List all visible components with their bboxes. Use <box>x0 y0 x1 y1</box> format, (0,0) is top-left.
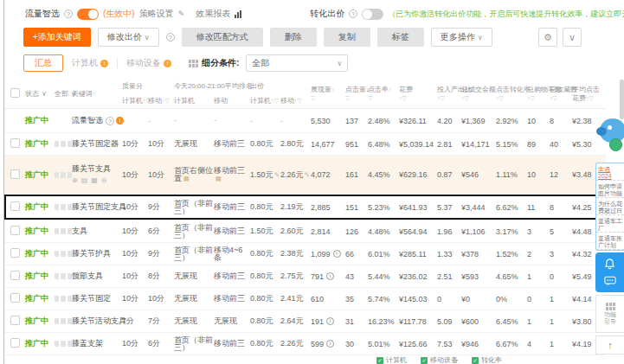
delete-button[interactable]: 删除 <box>270 28 317 47</box>
keyword-text[interactable]: 膝关节支具 <box>72 164 111 174</box>
header-bid-pc[interactable]: 计算机↑▽ <box>250 96 280 105</box>
header-cpc[interactable]: 平均点击花费↑▽ <box>572 86 601 102</box>
bid-pc[interactable]: -✎ <box>250 117 280 125</box>
more-actions-dropdown[interactable]: 更多操作∨ <box>431 28 492 47</box>
bell-icon[interactable] <box>604 259 615 270</box>
strategy-settings-link[interactable]: 策略设置 <box>139 8 174 20</box>
bid-pc[interactable]: 0.80元✎ <box>250 138 280 150</box>
keyword-quick-actions[interactable]: ⊕▤▦⊖ <box>72 176 122 185</box>
help-link[interactable]: 幸遇2024 <box>596 163 624 181</box>
header-clicks[interactable]: 点击量↓▽ <box>345 86 368 102</box>
header-fav[interactable]: 总收藏数↑▽ <box>550 86 572 102</box>
help-link[interactable]: 直通车工厂 <box>596 215 624 233</box>
bid-mobile[interactable]: 2.80元✎ <box>280 138 311 150</box>
header-cvr[interactable]: 点击转化率↑▽ <box>496 86 527 102</box>
row-checkbox[interactable] <box>10 293 20 303</box>
header-match[interactable]: 全部∨ <box>55 89 72 99</box>
bid-mobile[interactable]: 2.41元✎ <box>280 293 311 304</box>
header-rank-mobile[interactable]: 移动 <box>214 96 250 105</box>
help-link[interactable]: 为什么花费超过日限额 <box>596 198 624 215</box>
row-checkbox[interactable] <box>10 226 20 235</box>
info-icon[interactable]: ? <box>349 10 357 18</box>
help-link[interactable]: 直通车推广计划 <box>596 233 624 250</box>
header-cost[interactable]: 花费↑▽ <box>399 86 437 102</box>
keyword-text[interactable]: 膝关节活动支具 <box>72 316 126 326</box>
bid-mobile[interactable]: 2.64元✎ <box>280 316 311 327</box>
header-rank-pc[interactable]: 计算机 <box>174 96 214 105</box>
keyword-text[interactable]: 流量智选 <box>72 116 103 125</box>
bid-pc[interactable]: 0.80元✎ <box>250 248 280 259</box>
legend-item[interactable]: ✓移动设备 <box>421 355 458 364</box>
info-icon[interactable]: ? <box>166 33 175 42</box>
help-link[interactable]: 如何申请图片功能 <box>596 181 624 198</box>
info-icon[interactable]: i <box>326 272 334 280</box>
bid-pc[interactable]: 0.80元✎ <box>250 201 280 213</box>
header-roi[interactable]: 投入产出比↑▽ <box>437 86 461 102</box>
help-panel[interactable]: 幸遇2024如何申请图片功能为什么花费超过日限额直通车工厂直通车推广计划 <box>595 163 624 251</box>
keyword-text[interactable]: 膝关节固定 <box>72 294 111 303</box>
row-checkbox[interactable] <box>10 338 20 348</box>
header-cart[interactable]: 总购物车数↑▽ <box>527 86 550 102</box>
bid-mobile[interactable]: 2.75元✎ <box>280 271 311 282</box>
info-icon[interactable]: i <box>326 317 334 325</box>
header-gmv[interactable]: 总成交金额↑▽ <box>461 86 496 102</box>
feature-guide-button[interactable]: 功能引导 <box>595 295 624 333</box>
add-keyword-button[interactable]: +添加关键词 <box>23 28 91 47</box>
bid-mobile[interactable]: -✎ <box>280 117 311 125</box>
bid-pc[interactable]: 0.80元✎ <box>250 338 280 349</box>
bid-pc[interactable]: 0.80元✎ <box>250 271 280 282</box>
row-checkbox[interactable] <box>10 316 20 325</box>
tab-summary[interactable]: 汇总 <box>23 54 63 72</box>
modify-bid-dropdown[interactable]: 修改出价∨ <box>98 28 159 47</box>
assistant-green-icon[interactable] <box>609 138 622 151</box>
bid-mobile[interactable]: 2.60元✎ <box>280 226 311 237</box>
tab-mobile[interactable]: 移动设备! <box>118 57 180 69</box>
bid-mobile[interactable]: 2.26元✎ <box>280 338 311 349</box>
header-bid-mobile[interactable]: 移动↑▽ <box>280 96 311 105</box>
keyword-text[interactable]: 膝关节固定器 <box>72 139 119 149</box>
vertical-scrollbar-thumb[interactable] <box>620 80 624 119</box>
chat-icon[interactable] <box>604 276 616 286</box>
legend-item[interactable]: ✓计算机 <box>376 355 407 364</box>
info-icon[interactable]: i <box>333 250 341 258</box>
header-keyword[interactable]: 关键词↑ <box>72 89 122 99</box>
keyword-text[interactable]: 膝关节护具 <box>72 249 111 259</box>
bid-pc[interactable]: 0.80元✎ <box>250 316 280 327</box>
header-quality-mobile[interactable]: 移动↑▽ <box>148 96 174 105</box>
report-link[interactable]: 效果报表 <box>196 8 230 20</box>
copy-button[interactable]: 复制 <box>324 28 370 47</box>
info-icon[interactable]: ? <box>64 10 73 18</box>
conversion-bid-toggle[interactable] <box>362 9 383 20</box>
modify-match-button[interactable]: 修改匹配方式 <box>182 28 263 47</box>
bid-mobile[interactable]: 2.38元✎ <box>280 248 311 259</box>
tab-pc[interactable]: 计算机! <box>63 57 117 69</box>
info-icon[interactable]: i <box>326 340 334 348</box>
bid-pc[interactable]: 0.80元✎ <box>250 293 280 304</box>
keyword-text[interactable]: 膝关节固定支具 <box>72 202 126 212</box>
back-to-top-button[interactable]: ↑ <box>595 335 624 354</box>
chevron-down-icon[interactable]: ∨ <box>563 28 582 47</box>
keyword-text[interactable]: 膝盖支架 <box>72 339 103 348</box>
row-checkbox[interactable] <box>10 138 20 148</box>
bar-chart-icon[interactable] <box>235 10 241 18</box>
tag-button[interactable]: 标签 <box>377 28 424 47</box>
select-all-checkbox[interactable] <box>10 88 20 98</box>
traffic-smart-toggle[interactable] <box>77 9 99 20</box>
edit-pencil-icon[interactable]: ✎ <box>178 10 185 18</box>
row-checkbox[interactable] <box>10 169 20 179</box>
bid-mobile[interactable]: 2.19元✎ <box>280 201 311 213</box>
header-impressions[interactable]: 展现量↑▽ <box>311 86 345 102</box>
bid-pc[interactable]: 1.50元✎ <box>250 226 280 237</box>
rank-detail-icon[interactable]: ▤ <box>216 176 222 182</box>
bid-pc[interactable]: 1.50元✎ <box>250 169 280 181</box>
header-ctr[interactable]: 点击率↑▽ <box>368 86 399 102</box>
header-status[interactable]: 状态∨ <box>25 89 55 99</box>
rank-detail-icon[interactable]: ▤ <box>183 176 190 182</box>
filter-select[interactable]: 全部∨ <box>246 54 348 72</box>
legend-item[interactable]: ✓转化率 <box>472 355 502 364</box>
bid-mobile[interactable]: 2.26元✎ <box>280 169 311 181</box>
row-checkbox[interactable] <box>10 271 20 280</box>
header-quality-pc[interactable]: 计算机↑▽ <box>122 96 148 105</box>
keyword-text[interactable]: 支具 <box>72 227 87 236</box>
gear-icon[interactable]: ⚙ <box>538 28 557 47</box>
